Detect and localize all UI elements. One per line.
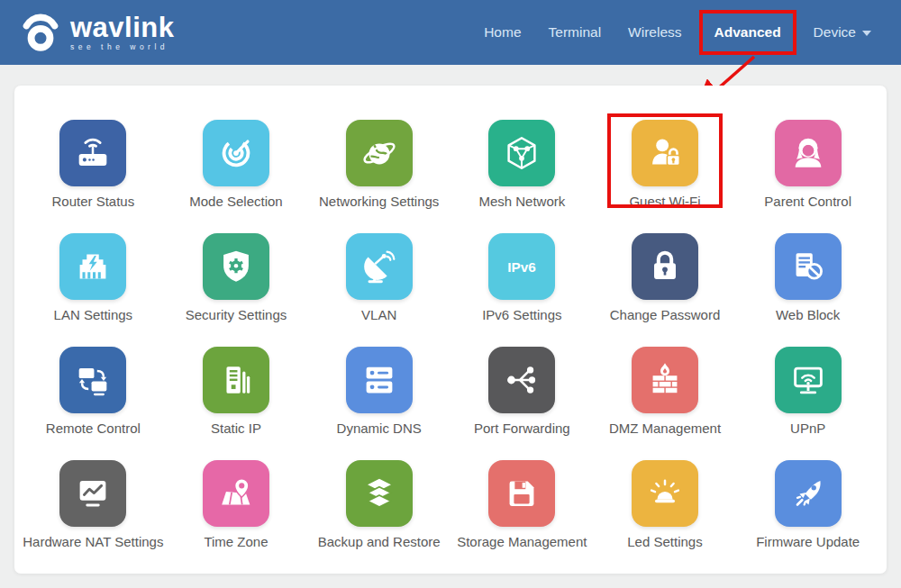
tile-hardware-nat-settings[interactable]: Hardware NAT Settings	[22, 460, 165, 547]
tile-label: DMZ Management	[609, 420, 721, 438]
tile-parent-control[interactable]: Parent Control	[736, 120, 879, 206]
blocked-page-icon	[775, 233, 842, 300]
tile-upnp[interactable]: UPnP	[736, 347, 879, 433]
tile-label: Mode Selection	[189, 193, 282, 211]
tile-label: Led Settings	[627, 533, 702, 551]
tile-router-status[interactable]: Router Status	[22, 120, 165, 206]
settings-grid: Router Status Mode Selection	[14, 86, 887, 547]
tile-label: Change Password	[610, 306, 721, 324]
tile-static-ip[interactable]: Static IP	[165, 347, 308, 433]
tile-web-block[interactable]: Web Block	[736, 233, 879, 320]
ipv6-label: IPv6	[508, 259, 537, 275]
tile-remote-control[interactable]: Remote Control	[22, 347, 165, 433]
tile-firmware-update[interactable]: Firmware Update	[736, 460, 879, 547]
nav-item-wireless[interactable]: Wireless	[614, 14, 695, 51]
tile-led-settings[interactable]: Led Settings	[594, 460, 737, 547]
dns-racks-icon	[346, 347, 413, 413]
tile-label: Hardware NAT Settings	[23, 533, 163, 551]
nav-item-device[interactable]: Device	[800, 14, 885, 51]
remote-sync-icon	[59, 347, 126, 413]
top-navbar: wavlink see the world Home Terminal Wire…	[0, 0, 901, 65]
nav-item-advanced[interactable]: Advanced	[699, 10, 796, 55]
ethernet-bolt-icon	[59, 233, 126, 300]
tile-mode-selection[interactable]: Mode Selection	[165, 120, 308, 206]
tile-label: Router Status	[51, 193, 134, 211]
firewall-flame-icon	[632, 347, 698, 413]
tile-label: Time Zone	[204, 533, 268, 551]
tile-dynamic-dns[interactable]: Dynamic DNS	[307, 347, 450, 433]
brand-logo: wavlink see the world	[20, 12, 175, 53]
nav-item-home[interactable]: Home	[470, 14, 534, 51]
nav-menu: Home Terminal Wireless Advanced Device	[470, 10, 885, 55]
tile-label: Dynamic DNS	[337, 420, 422, 438]
guest-lock-icon	[632, 120, 698, 186]
port-branch-icon	[488, 347, 555, 413]
wavlink-logo-icon	[20, 12, 61, 53]
chevron-down-icon	[862, 31, 871, 36]
tile-time-zone[interactable]: Time Zone	[165, 460, 308, 547]
tile-label: IPv6 Settings	[482, 306, 561, 324]
tile-networking-settings[interactable]: Networking Settings	[307, 120, 450, 206]
tile-label: UPnP	[790, 420, 825, 438]
led-beacon-icon	[632, 460, 698, 527]
brand-name: wavlink	[70, 14, 175, 41]
tile-guest-wifi[interactable]: Guest Wi-Fi	[594, 120, 737, 206]
tile-label: Networking Settings	[319, 193, 439, 211]
rocket-icon	[775, 460, 842, 527]
tile-label: Security Settings	[186, 306, 287, 324]
tile-label: Storage Management	[457, 533, 587, 551]
tile-lan-settings[interactable]: LAN Settings	[22, 233, 165, 320]
tile-label: Web Block	[776, 306, 840, 324]
tile-label: Static IP	[211, 420, 261, 438]
tile-label: Firmware Update	[756, 533, 860, 551]
tile-port-forwarding[interactable]: Port Forwarding	[450, 347, 594, 433]
router-icon	[59, 120, 126, 186]
tile-label: VLAN	[361, 306, 396, 324]
tile-storage-management[interactable]: Storage Management	[450, 460, 594, 547]
ipv6-text-icon: IPv6	[488, 233, 555, 300]
tile-label: Parent Control	[764, 193, 851, 211]
advanced-settings-panel: Router Status Mode Selection	[14, 86, 887, 574]
tile-backup-and-restore[interactable]: Backup and Restore	[307, 460, 450, 547]
tile-security-settings[interactable]: Security Settings	[165, 233, 308, 320]
padlock-icon	[632, 233, 698, 300]
radar-icon	[203, 120, 269, 186]
tile-ipv6-settings[interactable]: IPv6 IPv6 Settings	[450, 233, 594, 320]
brand-tagline: see the world	[70, 43, 175, 51]
monitor-wifi-icon	[775, 347, 842, 413]
tile-vlan[interactable]: VLAN	[307, 233, 450, 320]
parent-icon	[775, 120, 842, 186]
tile-label: Mesh Network	[478, 193, 565, 211]
layers-icon	[346, 460, 413, 527]
tile-label: Backup and Restore	[318, 533, 441, 551]
server-icon	[203, 347, 269, 413]
tile-label: Remote Control	[46, 420, 141, 438]
shield-gear-icon	[203, 233, 269, 300]
floppy-icon	[488, 460, 555, 527]
map-pin-icon	[203, 460, 269, 527]
tile-change-password[interactable]: Change Password	[594, 233, 737, 320]
tile-dmz-management[interactable]: DMZ Management	[594, 347, 737, 433]
tile-label: Port Forwarding	[474, 420, 570, 438]
tile-mesh-network[interactable]: Mesh Network	[450, 120, 594, 206]
mesh-hexagon-icon	[488, 120, 555, 186]
globe-orbit-icon	[346, 120, 413, 186]
monitor-graph-icon	[59, 460, 126, 527]
satellite-dish-icon	[346, 233, 413, 300]
tile-label: LAN Settings	[54, 306, 133, 324]
nav-item-terminal[interactable]: Terminal	[535, 14, 615, 51]
nav-item-device-label: Device	[814, 24, 856, 41]
tile-label: Guest Wi-Fi	[629, 193, 700, 211]
